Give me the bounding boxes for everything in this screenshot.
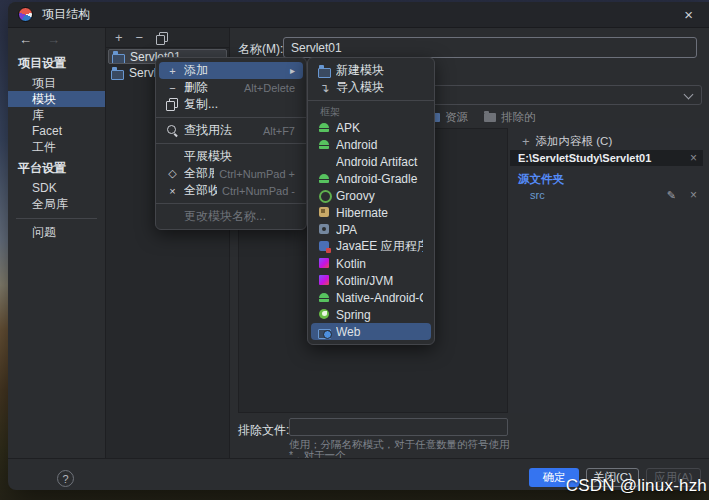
menu-item-label: 更改模块名称... [184, 208, 295, 225]
context-menu-item-copy[interactable]: 复制... [159, 96, 303, 113]
add-submenu-item-new-module[interactable]: 新建模块 [311, 62, 431, 79]
exclude-files-label: 排除文件: [238, 422, 289, 439]
javaee-icon [318, 240, 331, 253]
watermark-text: CSDN @linux-hzh [566, 476, 707, 496]
remove-root-icon[interactable]: × [690, 151, 697, 165]
sidebar-item-modules[interactable]: 模块 [8, 91, 105, 107]
add-submenu-item-native-android-gradle[interactable]: Native-Android-Gradle [311, 289, 431, 306]
submenu-arrow-icon: ▸ [290, 65, 295, 76]
delete-icon: − [166, 81, 179, 94]
blank-icon [166, 150, 179, 163]
menu-shortcut: Alt+F7 [263, 125, 295, 137]
groovy-icon [318, 189, 331, 202]
context-menu: +添加▸−删除Alt+Delete复制...查找用法Alt+F7平展模块◇全部展… [155, 57, 307, 230]
android-icon [318, 172, 331, 185]
project-settings-header: 项目设置 [8, 50, 105, 75]
add-submenu-item-apk[interactable]: APK [311, 119, 431, 136]
module-icon [112, 50, 125, 63]
add-submenu-item-spring[interactable]: Spring [311, 306, 431, 323]
sidebar-item-libraries[interactable]: 库 [8, 107, 105, 123]
context-menu-item-delete[interactable]: −删除Alt+Delete [159, 79, 303, 96]
add-icon[interactable]: + [115, 32, 123, 44]
menu-item-label: Native-Android-Gradle [336, 291, 423, 305]
content-root-row[interactable]: E:\ServletStudy\Servlet01 × [510, 150, 703, 166]
blank-icon [318, 155, 331, 168]
spring-icon [318, 308, 331, 321]
add-submenu-item-web[interactable]: Web [311, 323, 431, 340]
menu-item-label: 平展模块 [184, 148, 295, 165]
context-menu-separator [156, 143, 306, 144]
platform-settings-header: 平台设置 [8, 155, 105, 180]
copy-icon[interactable] [156, 32, 168, 44]
module-icon [111, 66, 124, 79]
add-submenu-item-android[interactable]: Android [311, 136, 431, 153]
dialog-title: 项目结构 [42, 6, 90, 23]
context-menu-item-rename-module[interactable]: 更改模块名称... [159, 208, 303, 225]
context-menu-item-find-usages[interactable]: 查找用法Alt+F7 [159, 122, 303, 139]
add-submenu-group-header: 框架 [308, 105, 434, 119]
sidebar-item-sdk[interactable]: SDK [8, 180, 105, 196]
add-submenu-separator [308, 100, 434, 101]
add-submenu-item-hibernate[interactable]: Hibernate [311, 204, 431, 221]
add-content-root-label: 添加内容根 (C) [536, 134, 613, 149]
menu-item-label: 添加 [184, 62, 285, 79]
context-menu-item-collapse-all[interactable]: ×全部收起Ctrl+NumPad - [159, 182, 303, 199]
menu-item-label: APK [336, 121, 423, 135]
context-menu-item-add[interactable]: +添加▸ [159, 62, 303, 79]
back-icon[interactable]: ← [19, 32, 32, 47]
context-menu-separator [156, 117, 306, 118]
module-name-input[interactable] [283, 37, 697, 58]
context-menu-item-flatten-modules[interactable]: 平展模块 [159, 148, 303, 165]
sidebar-tree: 项目设置项目模块库Facet工件平台设置SDK全局库问题 [8, 50, 105, 240]
sidebar-item-project[interactable]: 项目 [8, 75, 105, 91]
add-submenu-item-kotlin[interactable]: Kotlin [311, 255, 431, 272]
kotlin-icon [318, 257, 331, 270]
remove-icon[interactable]: − [136, 32, 144, 44]
source-folder-row[interactable]: src ✎ × [510, 188, 703, 202]
help-button[interactable]: ? [57, 470, 74, 487]
blank-icon [166, 210, 179, 223]
expand-all-icon: ◇ [166, 167, 179, 180]
menu-item-label: Hibernate [336, 206, 423, 220]
menu-item-label: JPA [336, 223, 423, 237]
nav-arrows: ← → [8, 28, 105, 50]
hibernate-icon [318, 206, 331, 219]
menu-shortcut: Alt+Delete [244, 82, 295, 94]
sidebar-item-artifacts[interactable]: 工件 [8, 139, 105, 155]
add-submenu-item-android-gradle[interactable]: Android-Gradle [311, 170, 431, 187]
app-logo-icon [18, 7, 33, 22]
desktop-wallpaper: 项目结构 × ← → 项目设置项目模块库Facet工件平台设置SDK全局库问题 … [0, 0, 709, 500]
menu-item-label: Android [336, 138, 423, 152]
search-icon [166, 124, 179, 137]
forward-icon[interactable]: → [47, 32, 60, 47]
add-submenu-item-kotlin-jvm[interactable]: Kotlin/JVM [311, 272, 431, 289]
menu-shortcut: Ctrl+NumPad + [219, 168, 295, 180]
plus-icon: + [522, 134, 530, 149]
remove-source-icon[interactable]: × [690, 188, 697, 202]
context-menu-separator [156, 203, 306, 204]
add-submenu-item-android-artifact[interactable]: Android Artifact [311, 153, 431, 170]
add-content-root-button[interactable]: + 添加内容根 (C) [522, 134, 612, 149]
chevron-down-icon [684, 90, 694, 100]
menu-item-label: 导入模块 [336, 79, 423, 96]
menu-item-label: Android-Gradle [336, 172, 423, 186]
add-submenu-item-jpa[interactable]: JPA [311, 221, 431, 238]
sidebar-item-facets[interactable]: Facet [8, 123, 105, 139]
content-roots-pane: + 添加内容根 (C) E:\ServletStudy\Servlet01 × … [510, 128, 703, 413]
add-submenu-item-import-module[interactable]: ↴导入模块 [311, 79, 431, 96]
menu-item-label: 删除 [184, 79, 239, 96]
legend-label: 资源 [445, 110, 468, 125]
exclude-files-input[interactable] [289, 418, 508, 436]
edit-pencil-icon[interactable]: ✎ [667, 189, 676, 202]
source-folders-label: 源文件夹 [518, 172, 564, 187]
web-icon [318, 325, 331, 338]
context-menu-item-expand-all[interactable]: ◇全部展开Ctrl+NumPad + [159, 165, 303, 182]
add-submenu-item-groovy[interactable]: Groovy [311, 187, 431, 204]
close-icon[interactable]: × [684, 6, 693, 23]
menu-item-label: 查找用法 [184, 122, 258, 139]
android-icon [318, 291, 331, 304]
add-submenu: 新建模块↴导入模块框架APKAndroidAndroid ArtifactAnd… [307, 57, 435, 345]
add-submenu-item-javaee-application[interactable]: JavaEE 应用程序 [311, 238, 431, 255]
sidebar-item-problems[interactable]: 问题 [8, 224, 105, 240]
sidebar-item-global-libraries[interactable]: 全局库 [8, 196, 105, 212]
